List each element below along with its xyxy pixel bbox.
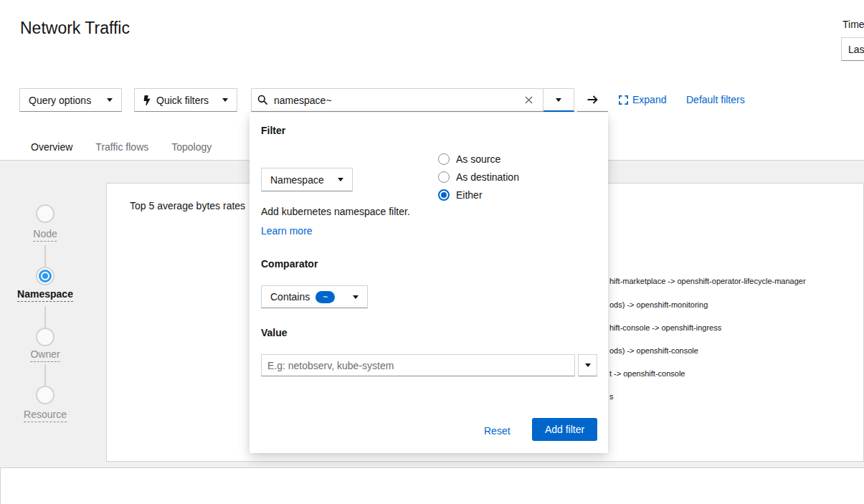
search-icon [257,95,268,105]
chart-legend-item[interactable]: ods) -> openshift-console [609,346,698,355]
radio-circle[interactable] [438,171,450,183]
quick-filters-dropdown[interactable]: Quick filters [134,88,237,112]
panel-title: Top 5 average bytes rates [130,200,245,211]
selected-step-ring [39,270,52,282]
scope-step-resource-label[interactable]: Resource [24,409,67,422]
stepper-connector [44,364,46,386]
scope-step-node-label[interactable]: Node [33,228,57,242]
scope-stepper: Node Namespace Owner Resource [0,0,106,504]
selected-step-dot [42,273,48,279]
time-range-value: Last [848,44,864,55]
arrow-right-icon [587,94,599,105]
close-icon [525,96,533,104]
chart-legend-item[interactable]: t -> openshift-console [609,369,685,378]
clear-search-button[interactable] [521,95,537,105]
scope-step-namespace-label[interactable]: Namespace [17,288,73,302]
expand-icon [619,95,628,105]
time-range-select[interactable]: Last [841,37,864,61]
scope-step-owner-label[interactable]: Owner [30,348,60,362]
radio-as-destination-label: As destination [456,171,519,183]
default-filters-button[interactable]: Default filters [686,94,745,105]
chart-legend-item[interactable]: hift-console -> openshift-ingress [609,323,721,332]
value-input[interactable] [261,354,575,376]
chevron-down-icon [353,295,359,299]
filter-column-value: Namespace [270,174,332,186]
scope-step-owner[interactable] [36,328,54,346]
scope-step-node[interactable] [36,204,54,223]
radio-circle[interactable] [438,153,450,165]
expand-button[interactable]: Expand [619,94,666,105]
chevron-down-icon [338,178,343,181]
filter-heading: Filter [261,125,285,136]
chart-legend-item[interactable]: s [609,392,614,401]
radio-as-source[interactable]: As source [438,153,500,165]
comparator-select[interactable]: Contains ~ [261,285,368,308]
radio-as-source-label: As source [456,153,500,165]
radio-circle-checked[interactable] [438,189,450,201]
filter-search-box [251,88,543,112]
add-filter-button[interactable]: Add filter [532,418,597,441]
chart-legend-item[interactable]: ods) -> openshift-monitoring [609,300,708,309]
chart-legend-item[interactable]: hift-marketplace -> openshift-operator-l… [609,277,806,285]
comparator-heading: Comparator [261,258,318,270]
scope-step-resource[interactable] [36,386,54,404]
scope-step-namespace[interactable] [36,267,54,285]
network-traffic-page: Network Traffic Time Last Query options … [0,0,864,504]
learn-more-link[interactable]: Learn more [261,225,313,237]
radio-either-label: Either [456,189,483,201]
stepper-connector [44,245,46,267]
time-range-label: Time [842,19,864,30]
summary-bar: Summary 5:46:17 PM 380 MB / 551.6 MB 1.2… [0,467,864,504]
lightning-bolt-icon [143,95,151,105]
apply-filter-button[interactable] [577,88,608,112]
filter-popup: Filter Namespace As source As destinatio… [250,113,608,453]
comparator-value: Contains [270,291,310,303]
filter-description: Add kubernetes namespace filter. [261,206,410,217]
radio-either[interactable]: Either [438,189,483,201]
filter-dropdown-toggle-button[interactable] [543,88,574,112]
tab-topology[interactable]: Topology [160,139,223,162]
comparator-badge: ~ [315,291,335,303]
chevron-down-icon [222,98,228,102]
expand-label: Expand [632,94,666,105]
default-filters-label: Default filters [686,94,745,105]
stepper-connector [44,306,46,328]
chevron-down-icon [107,98,113,102]
radio-as-destination[interactable]: As destination [438,171,519,183]
value-heading: Value [261,327,288,338]
filter-column-select[interactable]: Namespace [261,168,353,191]
filter-search-input[interactable] [274,95,515,106]
quick-filters-label: Quick filters [156,95,209,106]
value-suggestions-toggle[interactable] [578,354,597,376]
chevron-down-icon [585,363,591,367]
chevron-down-icon [556,98,561,102]
reset-button[interactable]: Reset [484,425,511,437]
